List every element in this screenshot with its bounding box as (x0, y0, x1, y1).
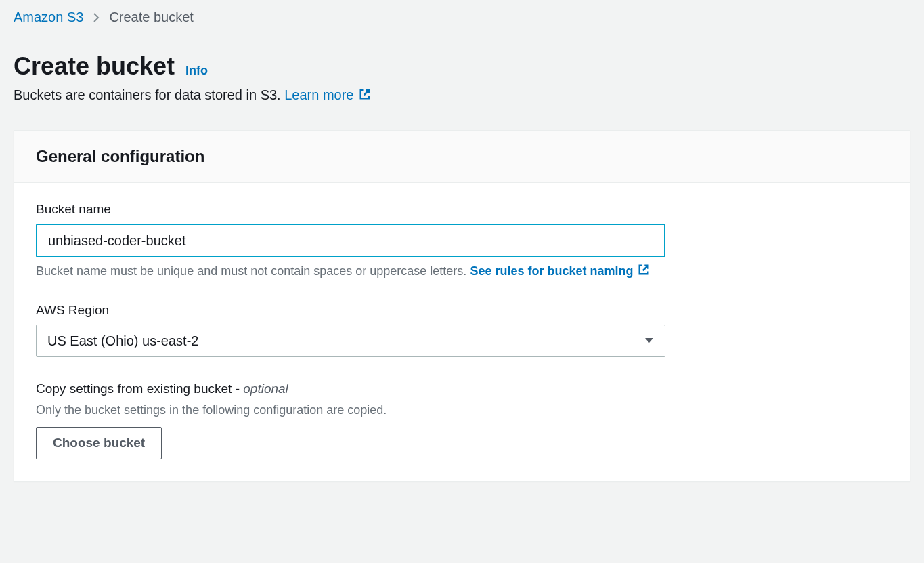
bucket-name-hint-text: Bucket name must be unique and must not … (36, 264, 470, 278)
bucket-name-hint: Bucket name must be unique and must not … (36, 263, 888, 278)
copy-settings-label: Copy settings from existing bucket - opt… (36, 381, 888, 396)
breadcrumb-current: Create bucket (109, 9, 194, 25)
choose-bucket-button[interactable]: Choose bucket (36, 427, 162, 459)
bucket-naming-rules-link[interactable]: See rules for bucket naming (470, 264, 651, 278)
aws-region-selected: US East (Ohio) us-east-2 (47, 333, 198, 349)
copy-settings-group: Copy settings from existing bucket - opt… (36, 381, 888, 459)
bucket-name-input[interactable] (36, 224, 665, 257)
aws-region-label: AWS Region (36, 303, 888, 318)
copy-settings-label-text: Copy settings from existing bucket - (36, 381, 243, 396)
info-link[interactable]: Info (185, 64, 208, 78)
general-configuration-card: General configuration Bucket name Bucket… (14, 130, 910, 482)
aws-region-select[interactable]: US East (Ohio) us-east-2 (36, 325, 665, 357)
page-title: Create bucket (14, 52, 175, 81)
bucket-name-group: Bucket name Bucket name must be unique a… (36, 202, 888, 278)
breadcrumb-root-link[interactable]: Amazon S3 (14, 9, 83, 25)
card-title: General configuration (36, 147, 888, 166)
learn-more-link[interactable]: Learn more (284, 87, 371, 102)
aws-region-group: AWS Region US East (Ohio) us-east-2 (36, 303, 888, 357)
chevron-right-icon (93, 12, 100, 23)
external-link-icon (637, 263, 651, 276)
external-link-icon (358, 87, 372, 101)
optional-text: optional (243, 381, 288, 396)
card-header: General configuration (14, 131, 910, 183)
breadcrumb: Amazon S3 Create bucket (14, 9, 910, 25)
caret-down-icon (644, 337, 654, 344)
page-subtitle: Buckets are containers for data stored i… (14, 87, 910, 103)
copy-settings-hint: Only the bucket settings in the followin… (36, 403, 888, 417)
bucket-name-label: Bucket name (36, 202, 888, 217)
subtitle-text: Buckets are containers for data stored i… (14, 87, 284, 102)
